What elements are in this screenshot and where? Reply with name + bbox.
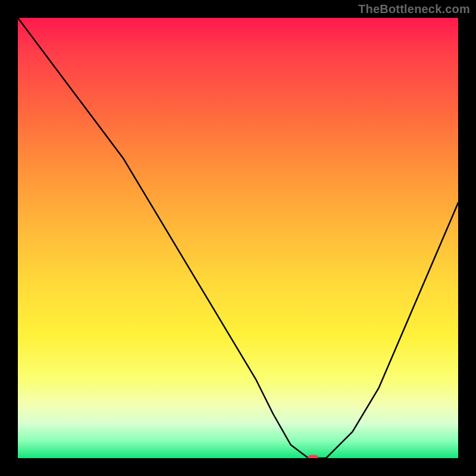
minimum-marker bbox=[308, 455, 318, 458]
watermark-text: TheBottleneck.com bbox=[358, 2, 470, 16]
plot-area bbox=[18, 18, 458, 458]
line-curve bbox=[18, 18, 458, 458]
chart-frame: TheBottleneck.com bbox=[0, 0, 476, 476]
